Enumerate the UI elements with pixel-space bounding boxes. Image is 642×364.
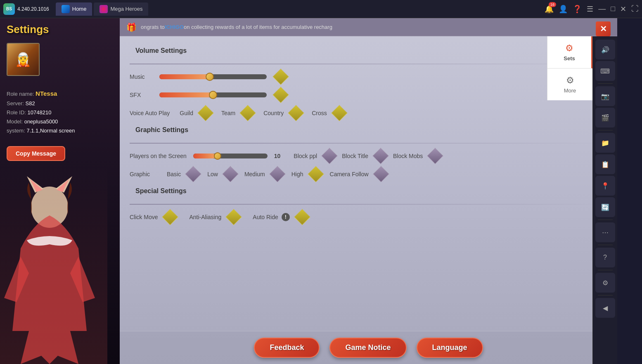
- menu-icon[interactable]: ☰: [587, 5, 593, 14]
- close-window-icon[interactable]: ✕: [620, 5, 626, 14]
- sidebar-btn-keyboard[interactable]: ⌨: [595, 61, 615, 81]
- expand-icon[interactable]: ⛶: [631, 5, 639, 13]
- medium-diamond[interactable]: [269, 166, 286, 182]
- auto-ride-diamond[interactable]: [294, 209, 310, 225]
- maximize-icon[interactable]: □: [611, 5, 615, 13]
- sidebar-btn-video[interactable]: 🎬: [595, 108, 615, 128]
- sidebar-btn-arrow[interactable]: ◀: [595, 298, 615, 318]
- special-section-title: Special Settings: [135, 187, 187, 195]
- medium-quality-item: Medium: [244, 168, 283, 180]
- sidebar-btn-volume[interactable]: 🔊: [595, 40, 615, 59]
- cross-item: Cross: [312, 107, 345, 119]
- sidebar-btn-settings[interactable]: ⚙: [595, 273, 615, 293]
- high-quality-item: High: [291, 168, 322, 180]
- cross-diamond[interactable]: [331, 105, 348, 121]
- voice-auto-play-row: Voice Auto Play Guild Team Country Cross: [130, 107, 607, 119]
- auto-ride-info-icon[interactable]: !: [282, 213, 290, 221]
- low-label: Low: [207, 171, 218, 177]
- topbar-right: 🔔 16 👤 ❓ ☰ — □ ✕ ⛶: [545, 5, 639, 14]
- sfx-thumb[interactable]: [209, 91, 217, 99]
- announcement-bar: 🎁 ongrats to ICHIGO on collecting reward…: [120, 18, 617, 36]
- model-label: Model:: [7, 118, 23, 125]
- help-icon: ?: [603, 254, 607, 261]
- sfx-diamond-toggle[interactable]: [272, 87, 289, 103]
- anti-aliasing-item: Anti-Aliasing: [189, 211, 239, 223]
- music-thumb[interactable]: [206, 73, 214, 81]
- players-thumb[interactable]: [214, 152, 221, 160]
- character-art: [0, 166, 107, 364]
- model-row: Model: oneplusa5000: [7, 117, 75, 126]
- basic-label: Basic: [167, 171, 181, 177]
- more-label: More: [564, 87, 576, 94]
- language-button[interactable]: Language: [417, 338, 483, 358]
- sfx-slider[interactable]: [159, 92, 267, 97]
- sidebar-btn-copy[interactable]: 📋: [595, 154, 615, 174]
- block-title-diamond[interactable]: [372, 148, 389, 164]
- tab-game[interactable]: Mega Heroes: [94, 2, 148, 16]
- character-silhouette: [0, 166, 107, 364]
- block-ppl-diamond[interactable]: [321, 148, 338, 164]
- notification-button[interactable]: 🔔 16: [545, 5, 554, 14]
- sidebar-btn-screenshot[interactable]: 📷: [595, 86, 615, 106]
- role-label: Role name:: [7, 91, 34, 97]
- camera-follow-diamond[interactable]: [373, 166, 389, 182]
- more-button[interactable]: ⚙ More: [547, 69, 592, 100]
- graphic-section-header: Graphic Settings: [130, 125, 607, 135]
- country-diamond[interactable]: [288, 105, 304, 121]
- medium-label: Medium: [244, 171, 265, 177]
- sets-button[interactable]: ⚙ Sets: [547, 36, 592, 69]
- low-diamond[interactable]: [222, 166, 239, 182]
- tab-home[interactable]: Home: [56, 2, 92, 16]
- auto-ride-item: Auto Ride !: [253, 211, 308, 223]
- music-slider[interactable]: [159, 74, 267, 79]
- sidebar-divider-6: [598, 295, 613, 295]
- sidebar-btn-help[interactable]: ?: [595, 248, 615, 267]
- left-panel: Settings 🧝 Role name: NTessa Server: S82…: [0, 18, 120, 364]
- sidebar-divider-4: [598, 245, 613, 245]
- block-title-item: Block Title: [342, 150, 386, 162]
- anti-aliasing-diamond[interactable]: [225, 209, 242, 225]
- minimize-icon[interactable]: —: [598, 5, 606, 13]
- guild-diamond[interactable]: [197, 105, 214, 121]
- sets-icon: ⚙: [565, 43, 573, 54]
- home-icon: [62, 5, 70, 13]
- sidebar-btn-rotate[interactable]: 🔄: [595, 197, 615, 217]
- volume-icon: 🔊: [601, 46, 609, 54]
- close-settings-button[interactable]: ✕: [596, 21, 611, 36]
- graphic-section-title: Graphic Settings: [135, 126, 188, 134]
- basic-diamond[interactable]: [185, 166, 201, 182]
- bluestacks-version: 4.240.20.1016: [17, 6, 49, 12]
- click-move-diamond[interactable]: [162, 209, 179, 225]
- block-ppl-label: Block ppl: [294, 153, 317, 159]
- bluestacks-icon: BS: [3, 3, 15, 15]
- help-icon[interactable]: ❓: [573, 5, 582, 14]
- system-value: 7.1.1,Normal screen: [26, 128, 75, 134]
- high-diamond[interactable]: [308, 166, 324, 182]
- team-label: Team: [221, 110, 235, 116]
- sidebar-btn-location[interactable]: 📍: [595, 176, 615, 196]
- arrow-icon: ◀: [603, 304, 608, 312]
- click-move-label: Click Move: [130, 214, 158, 220]
- user-info: Role name: NTessa Server: S82 Role ID: 1…: [7, 88, 75, 135]
- keyboard-icon: ⌨: [600, 67, 610, 75]
- feedback-button[interactable]: Feedback: [254, 338, 320, 358]
- game-notice-button[interactable]: Game Notice: [329, 338, 406, 358]
- block-title-label: Block Title: [342, 153, 368, 159]
- main-area: Settings 🧝 Role name: NTessa Server: S82…: [0, 18, 617, 364]
- model-value: oneplusa5000: [24, 118, 58, 125]
- more-icon: ⚙: [566, 75, 574, 86]
- block-mobs-diamond[interactable]: [427, 148, 444, 164]
- server-value: S82: [26, 100, 35, 106]
- sidebar-btn-folder[interactable]: 📁: [595, 133, 615, 153]
- players-slider[interactable]: [193, 154, 268, 158]
- copy-message-button[interactable]: Copy Message: [7, 146, 65, 161]
- graphic-label: Graphic: [130, 171, 159, 177]
- auto-ride-label: Auto Ride: [253, 214, 278, 220]
- music-diamond-toggle[interactable]: [272, 69, 289, 85]
- system-label: system:: [7, 128, 25, 134]
- sidebar-btn-dots[interactable]: ⋯: [595, 222, 615, 242]
- account-icon[interactable]: 👤: [559, 5, 568, 14]
- team-diamond[interactable]: [239, 105, 256, 121]
- bottom-buttons: Feedback Game Notice Language: [120, 331, 617, 364]
- players-fill: [193, 154, 216, 158]
